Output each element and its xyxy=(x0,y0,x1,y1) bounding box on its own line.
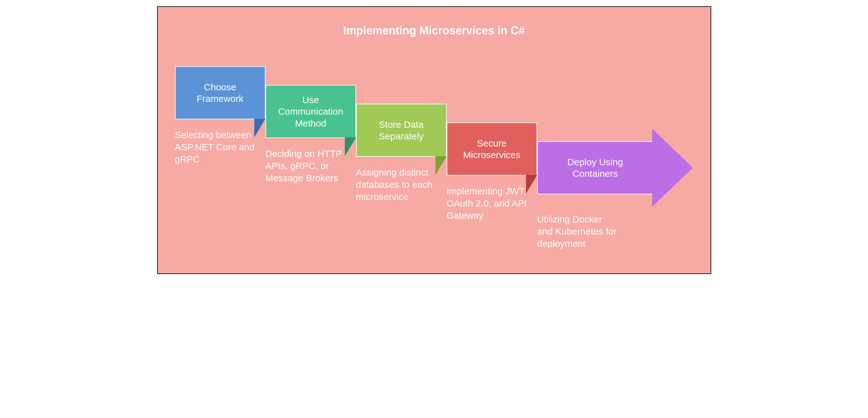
step-2-label: Use Communication Method xyxy=(272,94,349,129)
step-4-desc: Implementing JWT, OAuth 2.0, and API Gat… xyxy=(447,185,528,221)
step-1-box: Choose Framework xyxy=(175,66,266,119)
arrow-head-icon xyxy=(652,129,693,207)
step-1: Choose Framework Selecting between ASP.N… xyxy=(175,66,266,165)
step-2-box: Use Communication Method xyxy=(266,85,356,138)
step-1-desc: Selecting between ASP.NET Core and gRPC xyxy=(175,129,256,165)
step-5-desc: Utilizing Docker and Kubernetes for depl… xyxy=(537,213,618,249)
step-3-label: Store Data Separately xyxy=(363,119,440,142)
step-5: Deploy Using Containers Utilizing Docker… xyxy=(537,141,693,249)
step-2: Use Communication Method Deciding on HTT… xyxy=(266,85,356,184)
diagram-canvas: Implementing Microservices in C# Choose … xyxy=(157,6,711,274)
step-5-arrow: Deploy Using Containers xyxy=(537,141,693,194)
diagram-title: Implementing Microservices in C# xyxy=(158,24,711,37)
fold-icon xyxy=(345,138,356,156)
step-2-desc: Deciding on HTTP APIs, gRPC, or Message … xyxy=(266,147,347,184)
step-4-box: Secure Microservices xyxy=(447,122,537,176)
step-4-label: Secure Microservices xyxy=(454,138,530,161)
fold-icon xyxy=(526,175,537,194)
step-3-desc: Assigning distinct databases to each mic… xyxy=(356,166,437,203)
step-4: Secure Microservices Implementing JWT, O… xyxy=(447,122,537,221)
step-5-label: Deploy Using Containers xyxy=(544,156,647,180)
fold-icon xyxy=(435,156,447,175)
step-3: Store Data Separately Assigning distinct… xyxy=(356,104,447,203)
step-5-box: Deploy Using Containers xyxy=(537,141,653,194)
step-3-box: Store Data Separately xyxy=(356,104,447,157)
fold-icon xyxy=(254,119,266,138)
step-1-label: Choose Framework xyxy=(182,81,259,104)
